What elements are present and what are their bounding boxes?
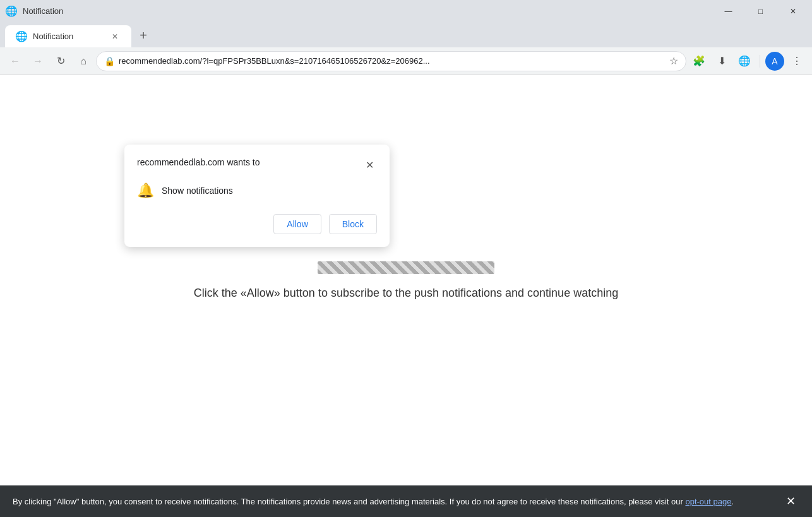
download-button[interactable]: ⬇ <box>712 51 732 71</box>
back-button[interactable]: ← <box>5 51 25 71</box>
home-button[interactable]: ⌂ <box>73 51 93 71</box>
menu-button[interactable]: ⋮ <box>787 51 807 71</box>
extensions-button[interactable]: 🧩 <box>689 51 709 71</box>
window-controls: — □ ✕ <box>714 0 807 22</box>
bottom-bar-text: By clicking "Allow" button, you consent … <box>13 497 777 506</box>
popup-close-button[interactable]: ✕ <box>362 157 377 172</box>
nav-divider <box>760 55 760 68</box>
minimize-button[interactable]: — <box>714 0 743 22</box>
maximize-button[interactable]: □ <box>746 0 775 22</box>
instruction-text: Click the «Allow» button to subscribe to… <box>194 287 618 299</box>
page-content: recommendedlab.com wants to ✕ 🔔 Show not… <box>0 75 812 485</box>
bookmark-icon[interactable]: ☆ <box>669 55 678 67</box>
permission-text: Show notifications <box>162 186 233 196</box>
popup-header: recommendedlab.com wants to ✕ <box>137 157 377 172</box>
navigation-bar: ← → ↻ ⌂ 🔒 recommendedlab.com/?l=qpFPSPr3… <box>0 47 812 75</box>
popup-title: recommendedlab.com wants to <box>137 157 260 167</box>
allow-button[interactable]: Allow <box>273 214 321 234</box>
title-bar: 🌐 Notification — □ ✕ <box>0 0 812 22</box>
reload-button[interactable]: ↻ <box>51 51 71 71</box>
opt-out-link[interactable]: opt-out page <box>685 497 731 506</box>
tab-title: Notification <box>33 32 104 41</box>
tab-title-text: Notification <box>23 6 63 16</box>
popup-actions: Allow Block <box>137 214 377 234</box>
close-button[interactable]: ✕ <box>779 0 807 22</box>
profile-button[interactable]: A <box>765 52 784 71</box>
popup-permission-row: 🔔 Show notifications <box>137 182 377 199</box>
bottom-bar-main-text: By clicking "Allow" button, you consent … <box>13 497 685 506</box>
address-bar[interactable]: 🔒 recommendedlab.com/?l=qpFPSPr35BBLuxn&… <box>96 51 686 71</box>
tab-bar: 🌐 Notification ✕ + <box>0 22 812 47</box>
bell-icon: 🔔 <box>137 182 154 199</box>
bottom-bar-close-button[interactable]: ✕ <box>782 492 799 510</box>
notification-popup: recommendedlab.com wants to ✕ 🔔 Show not… <box>124 145 390 247</box>
nav-right-icons: 🧩 ⬇ 🌐 A ⋮ <box>689 51 807 71</box>
url-text: recommendedlab.com/?l=qpFPSPr35BBLuxn&s=… <box>119 56 666 66</box>
loading-bar <box>318 261 494 274</box>
tab-favicon-icon: 🌐 <box>15 30 28 42</box>
globe-button[interactable]: 🌐 <box>734 51 755 71</box>
new-tab-button[interactable]: + <box>134 26 153 45</box>
tab-favicon: 🌐 <box>5 5 18 17</box>
active-tab[interactable]: 🌐 Notification ✕ <box>5 25 131 47</box>
bottom-bar-period: . <box>731 497 734 506</box>
lock-icon: 🔒 <box>104 56 115 66</box>
bottom-bar: By clicking "Allow" button, you consent … <box>0 485 812 517</box>
block-button[interactable]: Block <box>329 214 377 234</box>
tab-close-button[interactable]: ✕ <box>109 30 121 43</box>
page-instruction: Click the «Allow» button to subscribe to… <box>194 287 618 300</box>
forward-button[interactable]: → <box>28 51 48 71</box>
